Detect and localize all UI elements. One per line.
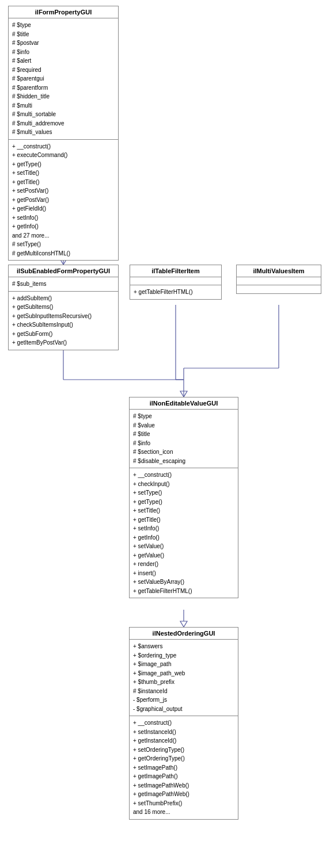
ilTableFilterItem-fields (130, 277, 221, 285)
method-getType: + getType() (12, 160, 115, 169)
method-setInfo: + setInfo() (12, 213, 115, 223)
ilFormPropertyGUI-methods: + __construct() + executeCommand() + get… (9, 140, 118, 261)
field-info2: # $info (133, 439, 234, 448)
method-construct3: + __construct() (133, 718, 234, 728)
ilNonEditableValueGUI-title: ilNonEditableValueGUI (130, 397, 238, 410)
field-disable-escaping: # $disable_escaping (133, 457, 234, 466)
ilTableFilterItem-box: ilTableFilterItem + getTableFilterHTML() (130, 265, 222, 300)
method-setInfo2: + setInfo() (133, 524, 234, 533)
method-setValueByArray: + setValueByArray() (133, 578, 234, 587)
method-checkSubItemsInput: + checkSubItemsInput() (12, 320, 115, 330)
ilSubEnabledFormPropertyGUI-title: ilSubEnabledFormPropertyGUI (9, 265, 118, 277)
method-more2: and 16 more... (133, 808, 234, 817)
method-setInstanceId: + setInstanceId() (133, 728, 234, 737)
field-sub-items: # $sub_items (12, 280, 115, 289)
ilFormPropertyGUI-box: ilFormPropertyGUI # $type # $title # $po… (8, 6, 119, 261)
method-getTitle: + getTitle() (12, 178, 115, 187)
field-instanceId: # $instanceId (133, 687, 234, 696)
method-getItemByPostVar: + getItemByPostVar() (12, 338, 115, 347)
field-type: # $type (12, 21, 115, 30)
ilNonEditableValueGUI-fields: # $type # $value # $title # $info # $sec… (130, 410, 238, 468)
field-title2: # $title (133, 430, 234, 439)
method-setTitle2: + setTitle() (133, 506, 234, 515)
method-getImagePath: + getImagePath() (133, 772, 234, 781)
field-required: # $required (12, 66, 115, 75)
field-graphical-output: - $graphical_output (133, 705, 234, 714)
method-construct: + __construct() (12, 142, 115, 151)
field-image-path-web: + $image_path_web (133, 669, 234, 678)
method-getFieldId: + getFieldId() (12, 204, 115, 213)
field-parentform: # $parentform (12, 83, 115, 93)
ilTableFilterItem-title: ilTableFilterItem (130, 265, 221, 277)
ilFormPropertyGUI-title: ilFormPropertyGUI (9, 6, 118, 18)
method-more: and 27 more... (12, 231, 115, 240)
ilNestedOrderingGUI-title: ilNestedOrderingGUI (130, 628, 238, 640)
field-multi: # $multi (12, 101, 115, 110)
method-setType2: + setType() (133, 488, 234, 498)
ilNonEditableValueGUI-methods: + __construct() + checkInput() + setType… (130, 468, 238, 598)
field-alert: # $alert (12, 56, 115, 66)
method-construct2: + __construct() (133, 471, 234, 480)
method-setThumbPrefix: + setThumbPrefix() (133, 799, 234, 808)
ilMultiValuesItem-title: ilMultiValuesItem (237, 265, 321, 277)
field-value: # $value (133, 421, 234, 430)
method-setOrderingType: + setOrderingType() (133, 745, 234, 755)
method-addSubItem: + addSubItem() (12, 294, 115, 303)
diagram-container: ilFormPropertyGUI # $type # $title # $po… (0, 0, 330, 868)
method-getValue: + getValue() (133, 551, 234, 560)
method-setValue: + setValue() (133, 542, 234, 551)
method-insert: + insert() (133, 569, 234, 578)
method-render: + render() (133, 560, 234, 569)
ilTableFilterItem-methods: + getTableFilterHTML() (130, 285, 221, 299)
method-getInfo2: + getInfo() (133, 533, 234, 542)
ilMultiValuesItem-methods (237, 285, 321, 293)
svg-marker-6 (180, 391, 187, 397)
field-ordering-type: + $ordering_type (133, 651, 234, 660)
method-getSubItems: + getSubItems() (12, 303, 115, 312)
ilFormPropertyGUI-fields: # $type # $title # $postvar # $info # $a… (9, 18, 118, 140)
method-getTitle2: + getTitle() (133, 515, 234, 525)
method-getImagePathWeb: + getImagePathWeb() (133, 790, 234, 799)
method-getType2: + getType() (133, 498, 234, 507)
ilNestedOrderingGUI-box: ilNestedOrderingGUI + $answers + $orderi… (129, 627, 238, 820)
ilNonEditableValueGUI-box: ilNonEditableValueGUI # $type # $value #… (129, 397, 238, 598)
field-title: # $title (12, 30, 115, 39)
method-checkInput: + checkInput() (133, 480, 234, 489)
field-info: # $info (12, 48, 115, 57)
method-executeCommand: + executeCommand() (12, 151, 115, 160)
method-getTableFilterHTML: + getTableFilterHTML() (134, 288, 218, 297)
svg-marker-13 (180, 621, 187, 627)
field-thumb-prefix: + $thumb_prefix (133, 678, 234, 687)
method-setImagePathWeb: + setImagePathWeb() (133, 781, 234, 790)
ilSubEnabledFormPropertyGUI-fields: # $sub_items (9, 277, 118, 292)
field-answers: + $answers (133, 642, 234, 651)
field-hidden-title: # $hidden_title (12, 92, 115, 101)
method-getPostVar: + getPostVar() (12, 196, 115, 205)
field-multi-sortable: # $multi_sortable (12, 110, 115, 119)
method-getMultiIconsHTML: # getMultiIconsHTML() (12, 249, 115, 258)
method-getInfo: + getInfo() (12, 222, 115, 231)
ilSubEnabledFormPropertyGUI-box: ilSubEnabledFormPropertyGUI # $sub_items… (8, 265, 119, 350)
method-getOrderingType: + getOrderingType() (133, 754, 234, 763)
field-image-path: + $image_path (133, 660, 234, 669)
field-postvar: # $postvar (12, 39, 115, 48)
ilMultiValuesItem-fields (237, 277, 321, 285)
method-getSubInputItemsRecursive: + getSubInputItemsRecursive() (12, 312, 115, 321)
field-section-icon: # $section_icon (133, 448, 234, 457)
method-setPostVar: + setPostVar() (12, 186, 115, 196)
method-getSubForm: + getSubForm() (12, 330, 115, 339)
method-getTableFilterHTML2: + getTableFilterHTML() (133, 587, 234, 596)
ilMultiValuesItem-box: ilMultiValuesItem (236, 265, 321, 294)
field-multi-values: # $multi_values (12, 128, 115, 137)
method-setImagePath: + setImagePath() (133, 763, 234, 773)
field-type2: # $type (133, 412, 234, 421)
field-multi-addremove: # $multi_addremove (12, 119, 115, 128)
method-setType: # setType() (12, 240, 115, 249)
method-setTitle: + setTitle() (12, 169, 115, 178)
ilSubEnabledFormPropertyGUI-methods: + addSubItem() + getSubItems() + getSubI… (9, 292, 118, 350)
field-perform-js: - $perform_js (133, 695, 234, 705)
method-getInstanceId: + getInstanceId() (133, 736, 234, 745)
field-parentgui: # $parentgui (12, 74, 115, 83)
ilNestedOrderingGUI-methods: + __construct() + setInstanceId() + getI… (130, 716, 238, 819)
ilNestedOrderingGUI-fields: + $answers + $ordering_type + $image_pat… (130, 640, 238, 716)
